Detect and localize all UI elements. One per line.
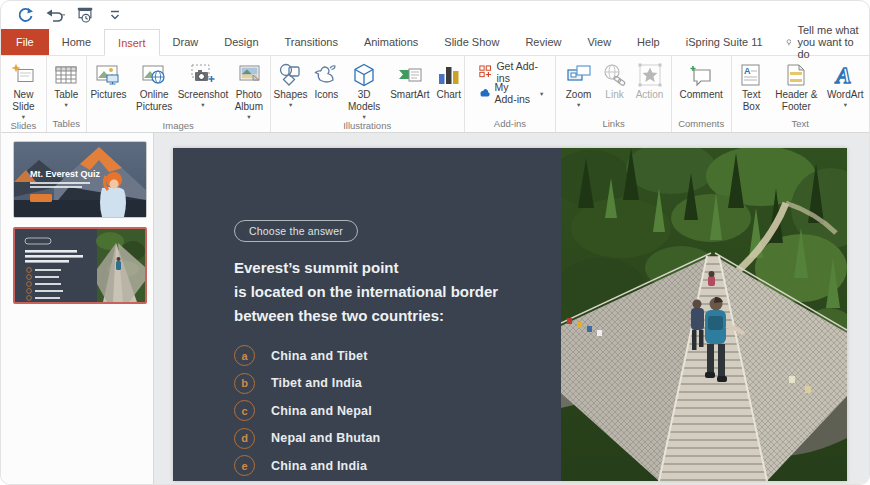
group-label-links: Links	[556, 117, 671, 132]
undo-icon[interactable]	[45, 5, 65, 25]
answer-option-e[interactable]: e China and India	[234, 455, 561, 476]
pictures-icon	[95, 61, 121, 89]
group-tables: Table ▾ Tables	[47, 56, 87, 132]
option-letter-badge: b	[234, 373, 255, 394]
group-label-add-ins: Add-ins	[465, 117, 556, 132]
tab-draw[interactable]: Draw	[160, 29, 212, 55]
refresh-icon[interactable]	[15, 5, 35, 25]
tell-me-label: Tell me what you want to do	[797, 24, 859, 60]
ribbon-tab-strip: File Home Insert Draw Design Transitions…	[1, 29, 869, 56]
ribbon: New Slide ▾ Slides Table ▾ Tables	[1, 56, 869, 133]
slide-photo-suspension-bridge[interactable]	[561, 148, 847, 481]
answer-option-b[interactable]: b Tibet and India	[234, 373, 561, 394]
slide-thumbnail-2-selected[interactable]	[13, 227, 147, 304]
photo-album-button[interactable]: Photo Album ▾	[228, 59, 270, 119]
comment-icon	[688, 61, 714, 89]
tab-view[interactable]: View	[574, 29, 624, 55]
table-button[interactable]: Table ▾	[47, 59, 85, 107]
tell-me-box[interactable]: Tell me what you want to do	[776, 29, 869, 55]
start-from-beginning-icon[interactable]	[75, 5, 95, 25]
group-text: A Text Box Header & Footer A WordArt ▾	[732, 56, 869, 132]
new-slide-button[interactable]: New Slide ▾	[1, 59, 45, 119]
group-illustrations: Shapes ▾ Icons 3D Models ▾	[271, 56, 465, 132]
action-icon	[637, 61, 663, 89]
my-add-ins-icon	[479, 85, 490, 100]
my-add-ins-button[interactable]: My Add-ins ▾	[475, 82, 548, 103]
smartart-button[interactable]: SmartArt	[386, 59, 434, 101]
option-letter-badge: d	[234, 428, 255, 449]
group-images: Pictures Online Pictures Screenshot ▾	[87, 56, 271, 132]
smartart-icon	[397, 61, 423, 89]
slide-thumbnail-1[interactable]: Mt. Everest Quiz	[13, 141, 147, 218]
group-label-slides: Slides	[1, 119, 46, 133]
group-label-tables: Tables	[47, 117, 86, 132]
screenshot-icon	[190, 61, 216, 89]
pictures-button[interactable]: Pictures	[87, 59, 131, 101]
answer-option-a[interactable]: a China and Tibet	[234, 345, 561, 366]
link-button: Link	[599, 59, 631, 101]
comment-button[interactable]: Comment	[673, 59, 729, 101]
question-text[interactable]: Everest’s summit point is located on the…	[234, 256, 561, 328]
group-links: Zoom ▾ Link Action Links	[556, 56, 672, 132]
group-add-ins: Get Add-ins My Add-ins ▾ Add-ins	[465, 56, 557, 132]
zoom-icon	[566, 61, 592, 89]
zoom-button[interactable]: Zoom ▾	[559, 59, 599, 107]
3d-models-button[interactable]: 3D Models ▾	[342, 59, 386, 119]
choose-answer-pill[interactable]: Choose the answer	[234, 220, 358, 242]
option-letter-badge: c	[234, 400, 255, 421]
current-slide: Choose the answer Everest’s summit point…	[173, 148, 847, 481]
screenshot-button[interactable]: Screenshot ▾	[178, 59, 228, 107]
group-label-comments: Comments	[672, 117, 731, 132]
option-letter-badge: e	[234, 455, 255, 476]
dropdown-caret-icon: ▾	[844, 102, 847, 107]
get-add-ins-button[interactable]: Get Add-ins	[475, 61, 548, 82]
answer-option-d[interactable]: d Nepal and Bhutan	[234, 428, 561, 449]
text-box-icon: A	[738, 61, 764, 89]
header-footer-button[interactable]: Header & Footer	[770, 59, 822, 113]
tab-review[interactable]: Review	[512, 29, 574, 55]
svg-text:A: A	[744, 66, 751, 76]
dropdown-caret-icon: ▾	[65, 102, 68, 107]
option-letter-badge: a	[234, 345, 255, 366]
customize-toolbar-icon[interactable]	[105, 5, 125, 25]
tab-transitions[interactable]: Transitions	[272, 29, 351, 55]
tab-slide-show[interactable]: Slide Show	[431, 29, 512, 55]
tab-design[interactable]: Design	[211, 29, 271, 55]
tab-home[interactable]: Home	[49, 29, 104, 55]
chart-button[interactable]: Chart	[434, 59, 464, 101]
wordart-icon: A	[832, 61, 858, 89]
dropdown-caret-icon: ▾	[540, 91, 543, 96]
link-icon	[602, 61, 628, 89]
online-pictures-button[interactable]: Online Pictures	[130, 59, 178, 113]
lightbulb-icon	[786, 35, 792, 50]
tab-ispring-suite[interactable]: iSpring Suite 11	[673, 29, 776, 55]
icons-icon	[313, 61, 339, 89]
slide-thumbnail-panel: Mt. Everest Quiz	[1, 133, 154, 485]
wordart-button[interactable]: A WordArt ▾	[822, 59, 868, 107]
quick-access-toolbar	[1, 1, 869, 29]
dropdown-caret-icon: ▾	[289, 102, 292, 107]
text-box-button[interactable]: A Text Box	[732, 59, 770, 113]
get-add-ins-icon	[479, 64, 492, 79]
thumbnail-title-text: Mt. Everest Quiz	[30, 169, 101, 179]
tab-help[interactable]: Help	[624, 29, 673, 55]
new-slide-icon	[10, 61, 36, 89]
3d-models-icon	[351, 61, 377, 89]
dropdown-caret-icon: ▾	[201, 102, 204, 107]
chart-icon	[436, 61, 462, 89]
slide-question-panel[interactable]: Choose the answer Everest’s summit point…	[173, 148, 561, 481]
tab-insert[interactable]: Insert	[104, 29, 160, 56]
answer-option-c[interactable]: c China and Nepal	[234, 400, 561, 421]
icons-button[interactable]: Icons	[310, 59, 342, 101]
header-footer-icon	[783, 61, 809, 89]
table-icon	[53, 61, 79, 89]
hiker-far	[708, 271, 715, 286]
svg-text:A: A	[834, 63, 851, 88]
dropdown-caret-icon: ▾	[577, 102, 580, 107]
shapes-button[interactable]: Shapes ▾	[271, 59, 311, 107]
editing-canvas[interactable]: Choose the answer Everest’s summit point…	[154, 133, 869, 485]
action-button: Action	[631, 59, 669, 101]
group-label-text: Text	[732, 117, 869, 132]
tab-file[interactable]: File	[1, 29, 49, 55]
tab-animations[interactable]: Animations	[351, 29, 431, 55]
